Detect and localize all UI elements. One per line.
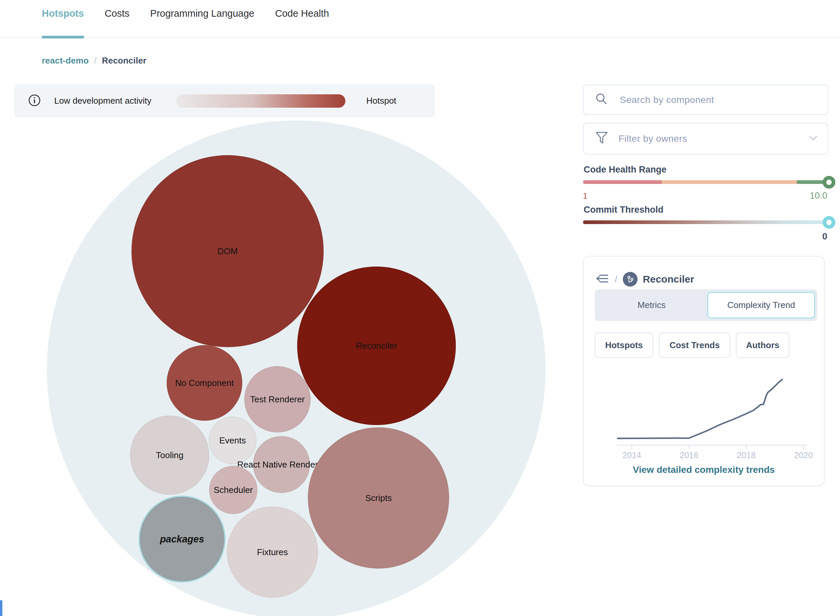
bubble-label: Fixtures — [257, 547, 288, 557]
git-branch-icon — [623, 272, 637, 287]
back-to-list-icon[interactable] — [595, 273, 609, 285]
code-health-range-label: Code Health Range — [584, 164, 666, 175]
code-health-min-value: 1 — [583, 191, 587, 201]
tab-costs[interactable]: Costs — [105, 0, 129, 38]
code-health-slider-handle[interactable] — [822, 176, 835, 189]
card-tab-switcher: Metrics Complexity Trend — [595, 289, 817, 321]
bubble-label: Scheduler — [213, 485, 253, 495]
bubble-test-renderer[interactable]: Test Renderer — [244, 366, 310, 433]
chevron-down-icon — [809, 135, 818, 142]
tab-programming-language[interactable]: Programming Language — [150, 0, 255, 38]
owner-filter-dropdown[interactable]: Filter by owners — [583, 123, 828, 154]
bubble-react-native-renderer[interactable]: React Native Renderer — [253, 436, 310, 493]
search-box — [583, 85, 828, 115]
bubble-packages[interactable]: packages — [140, 497, 224, 581]
tab-complexity-trend[interactable]: Complexity Trend — [708, 292, 815, 318]
detail-card-header: / Reconciler — [595, 272, 694, 287]
bubble-label: React Native Renderer — [237, 459, 326, 470]
svg-text:2016: 2016 — [680, 450, 699, 460]
complexity-trend-svg: 2014201620182020 — [617, 372, 818, 462]
legend-high-label: Hotspot — [366, 95, 396, 106]
commit-threshold-slider[interactable] — [583, 220, 829, 224]
hotspot-legend: Low development activity Hotspot — [14, 84, 435, 117]
search-icon — [595, 92, 608, 107]
bubble-scheduler[interactable]: Scheduler — [209, 466, 257, 514]
svg-text:2020: 2020 — [794, 450, 813, 460]
top-navigation: Hotspots Costs Programming Language Code… — [0, 0, 840, 38]
commit-threshold-slider-handle[interactable] — [822, 216, 835, 229]
tab-code-health[interactable]: Code Health — [275, 0, 329, 38]
hotspots-button[interactable]: Hotspots — [595, 332, 653, 358]
code-health-max-value: 10.0 — [780, 191, 827, 201]
bubble-label: packages — [160, 534, 204, 545]
bubble-label: DOM — [218, 246, 238, 257]
legend-low-label: Low development activity — [54, 95, 151, 106]
code-health-range-slider[interactable] — [583, 180, 829, 184]
breadcrumb-project-link[interactable]: react-demo — [42, 56, 89, 66]
bubble-events[interactable]: Events — [209, 417, 256, 464]
breadcrumb-separator: / — [94, 56, 96, 66]
component-detail-card: / Reconciler Metrics Complexity Trend Ho… — [583, 256, 825, 486]
left-edge-accent — [0, 600, 2, 616]
authors-button[interactable]: Authors — [736, 332, 790, 358]
commit-threshold-label: Commit Threshold — [584, 205, 663, 215]
bubble-label: Reconciler — [356, 341, 397, 351]
tab-hotspots[interactable]: Hotspots — [42, 0, 84, 38]
filter-funnel-icon — [595, 131, 608, 147]
svg-text:2014: 2014 — [622, 450, 641, 460]
breadcrumb: react-demo / Reconciler — [42, 56, 146, 66]
bubble-fixtures[interactable]: Fixtures — [227, 507, 318, 598]
bubble-label: Events — [219, 436, 246, 446]
bubble-reconciler[interactable]: Reconciler — [297, 267, 456, 425]
info-icon[interactable] — [28, 94, 41, 108]
bubble-label: Test Renderer — [250, 394, 305, 405]
detail-card-title: Reconciler — [643, 274, 694, 285]
cost-trends-button[interactable]: Cost Trends — [659, 332, 730, 358]
view-complexity-trends-link[interactable]: View detailed complexity trends — [584, 465, 824, 475]
nav-tabs: Hotspots Costs Programming Language Code… — [42, 0, 329, 38]
bubble-label: No Component — [175, 378, 234, 388]
bubble-tooling[interactable]: Tooling — [130, 416, 209, 494]
bubble-label: Scripts — [365, 493, 391, 503]
bubble-scripts[interactable]: Scripts — [308, 427, 449, 569]
search-input[interactable] — [620, 95, 828, 106]
commit-threshold-value: 0 — [780, 232, 827, 242]
owner-filter-label: Filter by owners — [618, 133, 809, 144]
tab-metrics[interactable]: Metrics — [595, 289, 709, 321]
bubble-no-component[interactable]: No Component — [167, 345, 242, 421]
svg-text:2018: 2018 — [737, 450, 756, 460]
breadcrumb-current: Reconciler — [102, 56, 146, 66]
bubble-label: Tooling — [156, 450, 183, 461]
card-breadcrumb-separator: / — [615, 274, 618, 285]
bubble-dom[interactable]: DOM — [131, 155, 324, 347]
legend-gradient-bar — [176, 94, 346, 108]
